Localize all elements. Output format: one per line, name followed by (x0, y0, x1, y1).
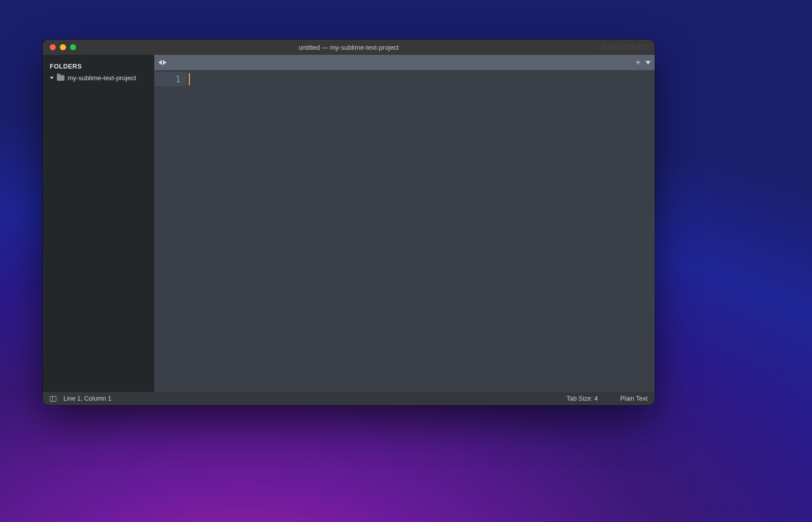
tab-history-nav (158, 60, 166, 65)
body-area: FOLDERS my-sublime-text-project + (43, 55, 655, 392)
sidebar-folder-row[interactable]: my-sublime-text-project (43, 73, 154, 83)
editor-pane: + 1 (154, 55, 655, 392)
status-tab-size[interactable]: Tab Size: 4 (566, 395, 598, 402)
window-title: untitled — my-sublime-text-project (43, 44, 655, 51)
nav-forward-icon[interactable] (163, 60, 166, 65)
new-tab-icon[interactable]: + (636, 58, 640, 67)
sidebar: FOLDERS my-sublime-text-project (43, 55, 154, 392)
panel-toggle-icon[interactable] (50, 396, 56, 402)
zoom-window-button[interactable] (70, 44, 76, 50)
status-cursor-position[interactable]: Line 1, Column 1 (63, 395, 112, 402)
app-window: untitled — my-sublime-text-project UNREG… (43, 40, 655, 405)
chevron-down-icon[interactable] (50, 77, 54, 79)
text-editor-area[interactable] (187, 70, 655, 392)
text-cursor (189, 73, 190, 85)
close-window-button[interactable] (50, 44, 56, 50)
status-syntax[interactable]: Plain Text (620, 395, 648, 402)
tab-bar[interactable]: + (154, 55, 655, 70)
line-number-gutter[interactable]: 1 (154, 70, 187, 392)
status-bar: Line 1, Column 1 Tab Size: 4 Plain Text (43, 392, 655, 405)
sidebar-section-header: FOLDERS (43, 59, 154, 73)
sidebar-folder-label: my-sublime-text-project (67, 74, 136, 82)
tab-dropdown-icon[interactable] (646, 61, 651, 64)
registration-badge: UNREGISTERED (598, 44, 650, 51)
minimize-window-button[interactable] (60, 44, 66, 50)
line-number: 1 (154, 72, 187, 86)
titlebar[interactable]: untitled — my-sublime-text-project UNREG… (43, 40, 655, 55)
folder-icon (57, 75, 64, 81)
window-controls (43, 44, 76, 50)
editor-body: 1 (154, 70, 655, 392)
nav-back-icon[interactable] (158, 60, 162, 65)
